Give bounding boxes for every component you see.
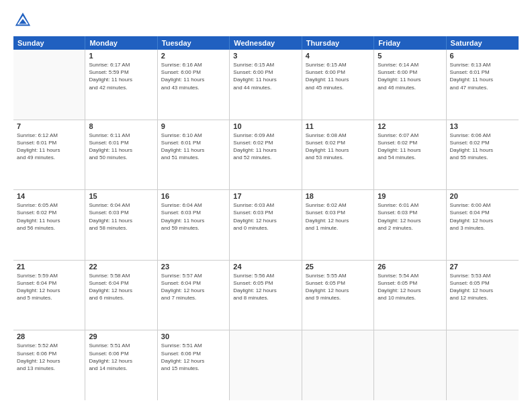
cal-cell: 25Sunrise: 5:55 AM Sunset: 6:05 PM Dayli… — [302, 261, 374, 330]
cal-cell: 23Sunrise: 5:57 AM Sunset: 6:04 PM Dayli… — [158, 261, 230, 330]
day-info: Sunrise: 6:16 AM Sunset: 6:00 PM Dayligh… — [161, 61, 226, 91]
day-info: Sunrise: 6:14 AM Sunset: 6:00 PM Dayligh… — [378, 61, 442, 91]
cal-cell: 12Sunrise: 6:07 AM Sunset: 6:02 PM Dayli… — [374, 120, 446, 190]
day-number: 26 — [378, 263, 442, 271]
day-info: Sunrise: 6:15 AM Sunset: 6:00 PM Dayligh… — [306, 61, 370, 91]
cal-cell — [302, 330, 374, 400]
logo — [13, 11, 35, 30]
day-number: 6 — [450, 52, 515, 60]
day-number: 19 — [378, 192, 442, 200]
day-number: 17 — [233, 192, 298, 200]
calendar-header-row: SundayMondayTuesdayWednesdayThursdayFrid… — [13, 36, 519, 50]
day-info: Sunrise: 5:57 AM Sunset: 6:04 PM Dayligh… — [161, 272, 226, 302]
day-info: Sunrise: 5:54 AM Sunset: 6:05 PM Dayligh… — [378, 272, 442, 302]
header-day-tuesday: Tuesday — [158, 36, 230, 50]
header-day-monday: Monday — [85, 36, 157, 50]
cal-cell — [374, 330, 446, 400]
day-number: 14 — [17, 192, 81, 200]
cal-cell: 24Sunrise: 5:56 AM Sunset: 6:05 PM Dayli… — [230, 261, 302, 330]
cal-cell: 19Sunrise: 6:01 AM Sunset: 6:03 PM Dayli… — [374, 190, 446, 260]
day-number: 20 — [450, 192, 515, 200]
cal-cell: 27Sunrise: 5:53 AM Sunset: 6:05 PM Dayli… — [447, 261, 519, 330]
day-number: 18 — [306, 192, 370, 200]
logo-icon — [13, 11, 32, 30]
cal-cell — [230, 330, 302, 400]
header-day-friday: Friday — [374, 36, 446, 50]
cal-cell: 16Sunrise: 6:04 AM Sunset: 6:03 PM Dayli… — [158, 190, 230, 260]
day-info: Sunrise: 6:09 AM Sunset: 6:02 PM Dayligh… — [233, 132, 298, 162]
day-number: 21 — [17, 263, 81, 271]
day-number: 11 — [306, 122, 370, 130]
day-number: 2 — [161, 52, 226, 60]
day-info: Sunrise: 6:04 AM Sunset: 6:03 PM Dayligh… — [89, 201, 153, 232]
cal-cell: 3Sunrise: 6:15 AM Sunset: 6:00 PM Daylig… — [230, 50, 302, 120]
day-number: 1 — [89, 52, 153, 60]
week-row-3: 14Sunrise: 6:05 AM Sunset: 6:02 PM Dayli… — [13, 190, 519, 261]
day-number: 12 — [378, 122, 442, 130]
cal-cell: 14Sunrise: 6:05 AM Sunset: 6:02 PM Dayli… — [13, 190, 85, 260]
cal-cell: 26Sunrise: 5:54 AM Sunset: 6:05 PM Dayli… — [374, 261, 446, 330]
cal-cell: 2Sunrise: 6:16 AM Sunset: 6:00 PM Daylig… — [158, 50, 230, 120]
cal-cell: 17Sunrise: 6:03 AM Sunset: 6:03 PM Dayli… — [230, 190, 302, 260]
cal-cell: 10Sunrise: 6:09 AM Sunset: 6:02 PM Dayli… — [230, 120, 302, 190]
day-number: 27 — [450, 263, 515, 271]
cal-cell: 4Sunrise: 6:15 AM Sunset: 6:00 PM Daylig… — [302, 50, 374, 120]
cal-cell: 21Sunrise: 5:59 AM Sunset: 6:04 PM Dayli… — [13, 261, 85, 330]
day-info: Sunrise: 6:12 AM Sunset: 6:01 PM Dayligh… — [17, 132, 81, 162]
cal-cell: 29Sunrise: 5:51 AM Sunset: 6:06 PM Dayli… — [85, 330, 157, 400]
cal-cell: 5Sunrise: 6:14 AM Sunset: 6:00 PM Daylig… — [374, 50, 446, 120]
day-info: Sunrise: 6:05 AM Sunset: 6:02 PM Dayligh… — [17, 201, 81, 232]
cal-cell: 11Sunrise: 6:08 AM Sunset: 6:02 PM Dayli… — [302, 120, 374, 190]
header-day-sunday: Sunday — [13, 36, 85, 50]
cal-cell: 6Sunrise: 6:13 AM Sunset: 6:01 PM Daylig… — [447, 50, 519, 120]
day-number: 22 — [89, 263, 153, 271]
week-row-5: 28Sunrise: 5:52 AM Sunset: 6:06 PM Dayli… — [13, 330, 519, 400]
day-info: Sunrise: 5:53 AM Sunset: 6:05 PM Dayligh… — [450, 272, 515, 302]
cal-cell: 1Sunrise: 6:17 AM Sunset: 5:59 PM Daylig… — [85, 50, 157, 120]
cal-cell: 8Sunrise: 6:11 AM Sunset: 6:01 PM Daylig… — [85, 120, 157, 190]
day-number: 30 — [161, 332, 226, 340]
header-day-saturday: Saturday — [447, 36, 519, 50]
day-info: Sunrise: 5:51 AM Sunset: 6:06 PM Dayligh… — [89, 342, 153, 372]
day-info: Sunrise: 6:02 AM Sunset: 6:03 PM Dayligh… — [306, 201, 370, 232]
day-number: 13 — [450, 122, 515, 130]
day-number: 15 — [89, 192, 153, 200]
day-info: Sunrise: 5:52 AM Sunset: 6:06 PM Dayligh… — [17, 342, 81, 372]
day-info: Sunrise: 6:11 AM Sunset: 6:01 PM Dayligh… — [89, 132, 153, 162]
day-info: Sunrise: 6:03 AM Sunset: 6:03 PM Dayligh… — [233, 201, 298, 232]
day-number: 25 — [306, 263, 370, 271]
day-info: Sunrise: 5:56 AM Sunset: 6:05 PM Dayligh… — [233, 272, 298, 302]
day-number: 28 — [17, 332, 81, 340]
page: SundayMondayTuesdayWednesdayThursdayFrid… — [0, 0, 532, 411]
day-number: 4 — [306, 52, 370, 60]
cal-cell: 20Sunrise: 6:00 AM Sunset: 6:04 PM Dayli… — [447, 190, 519, 260]
day-info: Sunrise: 6:06 AM Sunset: 6:02 PM Dayligh… — [450, 132, 515, 162]
header — [13, 11, 519, 30]
day-info: Sunrise: 5:58 AM Sunset: 6:04 PM Dayligh… — [89, 272, 153, 302]
day-number: 10 — [233, 122, 298, 130]
calendar-body: 1Sunrise: 6:17 AM Sunset: 5:59 PM Daylig… — [13, 50, 519, 400]
day-info: Sunrise: 6:17 AM Sunset: 5:59 PM Dayligh… — [89, 61, 153, 91]
cal-cell: 30Sunrise: 5:51 AM Sunset: 6:06 PM Dayli… — [158, 330, 230, 400]
day-number: 16 — [161, 192, 226, 200]
day-number: 29 — [89, 332, 153, 340]
header-day-thursday: Thursday — [302, 36, 374, 50]
day-number: 23 — [161, 263, 226, 271]
day-info: Sunrise: 5:51 AM Sunset: 6:06 PM Dayligh… — [161, 342, 226, 372]
cal-cell — [13, 50, 85, 120]
day-number: 5 — [378, 52, 442, 60]
cal-cell: 13Sunrise: 6:06 AM Sunset: 6:02 PM Dayli… — [447, 120, 519, 190]
cal-cell: 15Sunrise: 6:04 AM Sunset: 6:03 PM Dayli… — [85, 190, 157, 260]
calendar: SundayMondayTuesdayWednesdayThursdayFrid… — [13, 36, 519, 400]
header-day-wednesday: Wednesday — [230, 36, 302, 50]
cal-cell: 28Sunrise: 5:52 AM Sunset: 6:06 PM Dayli… — [13, 330, 85, 400]
week-row-4: 21Sunrise: 5:59 AM Sunset: 6:04 PM Dayli… — [13, 261, 519, 331]
cal-cell: 22Sunrise: 5:58 AM Sunset: 6:04 PM Dayli… — [85, 261, 157, 330]
day-info: Sunrise: 5:59 AM Sunset: 6:04 PM Dayligh… — [17, 272, 81, 302]
day-number: 8 — [89, 122, 153, 130]
day-number: 3 — [233, 52, 298, 60]
cal-cell — [447, 330, 519, 400]
day-info: Sunrise: 5:55 AM Sunset: 6:05 PM Dayligh… — [306, 272, 370, 302]
day-info: Sunrise: 6:04 AM Sunset: 6:03 PM Dayligh… — [161, 201, 226, 232]
day-info: Sunrise: 6:10 AM Sunset: 6:01 PM Dayligh… — [161, 132, 226, 162]
